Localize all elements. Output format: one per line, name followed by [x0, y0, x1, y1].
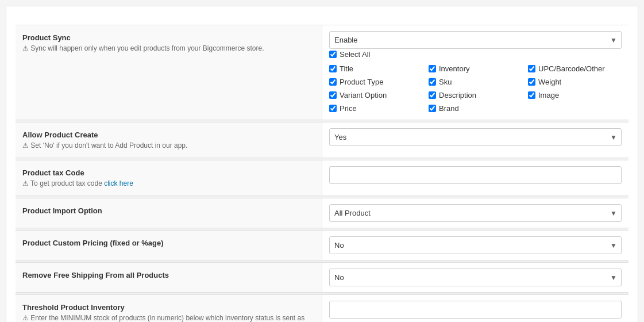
allow-product-create-select-wrapper: YesNo▼: [329, 128, 622, 146]
cb-brand-checkbox[interactable]: [429, 105, 436, 112]
settings-row: Remove Free Shipping From all ProductsNo…: [16, 263, 628, 293]
cb-brand-label: Brand: [439, 104, 459, 113]
checkbox-grid: Select AllTitleInventoryUPC/Barcode/Othe…: [329, 49, 622, 114]
checkbox-item: Title: [329, 63, 423, 74]
settings-row: Threshold Product Inventory⚠ Enter the M…: [16, 295, 628, 323]
label-cell: Product Import Option: [16, 198, 322, 228]
cb-description-checkbox[interactable]: [429, 91, 436, 99]
checkbox-item: Price: [329, 103, 423, 114]
control-cell: [322, 295, 629, 323]
label-cell: Threshold Product Inventory⚠ Enter the M…: [16, 295, 322, 323]
product-import-option-select-wrapper: All ProductSelected Product▼: [329, 204, 622, 222]
select-all-checkbox[interactable]: [329, 51, 337, 58]
checkbox-columns: TitleInventoryUPC/Barcode/OtherProduct T…: [329, 63, 622, 114]
cb-variant-label: Variant Option: [340, 91, 387, 99]
product-custom-pricing-select-wrapper: NoYes▼: [329, 236, 622, 254]
checkbox-item: Variant Option: [329, 90, 423, 101]
row-label: Product tax Code: [22, 168, 315, 177]
cb-upc-label: UPC/Barcode/Other: [538, 64, 605, 73]
checkbox-item: Weight: [528, 76, 622, 87]
checkbox-item: Sku: [429, 76, 522, 87]
checkbox-item: Description: [429, 90, 522, 101]
product-custom-pricing-select[interactable]: NoYes: [329, 236, 622, 254]
settings-table: Product Sync⚠ Sync will happen only when…: [16, 25, 628, 322]
checkbox-item: Brand: [429, 103, 522, 114]
label-cell: Allow Product Create⚠ Set 'No' if you do…: [16, 122, 322, 158]
cb-sku-checkbox[interactable]: [429, 78, 436, 86]
cb-variant-checkbox[interactable]: [329, 91, 337, 99]
allow-product-create-select[interactable]: YesNo: [329, 128, 622, 146]
cb-sku-label: Sku: [439, 78, 452, 86]
settings-row: Product Custom Pricing (fixed or %age)No…: [16, 231, 628, 260]
row-label: Product Sync: [22, 33, 315, 42]
cb-weight-label: Weight: [538, 78, 561, 86]
cb-weight-checkbox[interactable]: [528, 78, 535, 86]
select-all-label: Select All: [340, 50, 370, 59]
label-cell: Product tax Code⚠ To get product tax cod…: [16, 160, 322, 196]
control-cell: NoYes▼: [322, 263, 629, 293]
row-label: Remove Free Shipping From all Products: [22, 271, 315, 279]
product-tax-code-input[interactable]: [329, 166, 622, 184]
product-sync-select-wrapper: Enable▼: [329, 31, 622, 49]
cb-price-checkbox[interactable]: [329, 105, 337, 112]
cb-product-type-label: Product Type: [340, 78, 383, 86]
cb-inventory-checkbox[interactable]: [429, 65, 436, 72]
cb-title-label: Title: [340, 64, 353, 73]
row-hint: ⚠ Set 'No' if you don't want to Add Prod…: [22, 141, 315, 150]
remove-free-shipping-select-wrapper: NoYes▼: [329, 269, 622, 286]
cb-title-checkbox[interactable]: [329, 65, 337, 72]
row-hint: ⚠ To get product tax code click here: [22, 179, 315, 187]
settings-row: Allow Product Create⚠ Set 'No' if you do…: [16, 122, 628, 158]
control-cell: [322, 160, 629, 196]
checkbox-item: Product Type: [329, 76, 423, 87]
checkbox-item: Image: [528, 90, 622, 101]
remove-free-shipping-select[interactable]: NoYes: [329, 269, 622, 286]
product-sync-select[interactable]: Enable: [329, 31, 622, 49]
row-hint: ⚠ Enter the MINIMUM stock of products (i…: [22, 314, 315, 322]
cb-inventory-label: Inventory: [439, 64, 469, 73]
label-cell: Product Sync⚠ Sync will happen only when…: [16, 25, 322, 120]
checkbox-item: Inventory: [429, 63, 522, 74]
hint-link[interactable]: click here: [104, 179, 133, 187]
cb-description-label: Description: [439, 91, 476, 99]
threshold-product-inventory-input[interactable]: [329, 301, 622, 319]
control-cell: NoYes▼: [322, 231, 629, 260]
row-label: Product Custom Pricing (fixed or %age): [22, 239, 315, 247]
row-hint: ⚠ Sync will happen only when you edit pr…: [22, 44, 315, 52]
cb-image-checkbox[interactable]: [528, 91, 535, 99]
cb-upc-checkbox[interactable]: [528, 65, 535, 72]
row-label: Allow Product Create: [22, 131, 315, 139]
product-import-option-select[interactable]: All ProductSelected Product: [329, 204, 622, 222]
page-container: Product Sync⚠ Sync will happen only when…: [6, 6, 638, 322]
label-cell: Remove Free Shipping From all Products: [16, 263, 322, 293]
cb-image-label: Image: [538, 91, 559, 99]
cb-price-label: Price: [340, 104, 357, 113]
settings-row: Product Import OptionAll ProductSelected…: [16, 198, 628, 228]
control-cell: Enable▼Select AllTitleInventoryUPC/Barco…: [322, 25, 629, 120]
settings-row: Product tax Code⚠ To get product tax cod…: [16, 160, 628, 196]
row-label: Threshold Product Inventory: [22, 303, 315, 312]
cb-product-type-checkbox[interactable]: [329, 78, 337, 86]
checkbox-item: UPC/Barcode/Other: [528, 63, 622, 74]
select-all-row: Select All: [329, 49, 622, 60]
settings-row: Product Sync⚠ Sync will happen only when…: [16, 25, 628, 120]
control-cell: YesNo▼: [322, 122, 629, 158]
label-cell: Product Custom Pricing (fixed or %age): [16, 231, 322, 260]
row-label: Product Import Option: [22, 206, 315, 215]
control-cell: All ProductSelected Product▼: [322, 198, 629, 228]
